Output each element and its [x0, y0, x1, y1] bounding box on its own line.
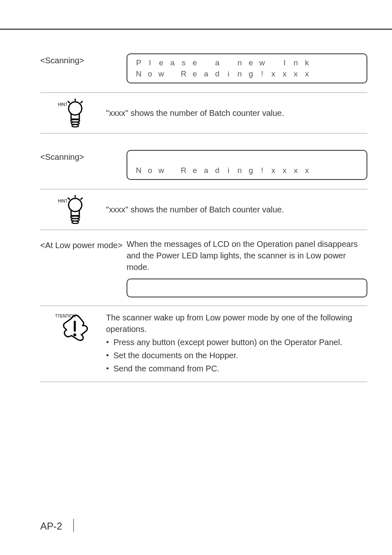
page-content: <Scanning> Please a new Ink Now Reading!… — [40, 53, 367, 394]
lcd-cell: a — [201, 165, 212, 176]
svg-line-2 — [68, 101, 70, 103]
bullet-item: Press any button (except power button) o… — [106, 336, 367, 348]
lcd-cell: x — [268, 165, 279, 176]
lcd-cell: d — [212, 165, 223, 176]
lcd-cell: o — [144, 69, 155, 80]
svg-point-15 — [74, 334, 76, 336]
lcd-cell: x — [279, 165, 290, 176]
hint-lightbulb-icon: HINT — [57, 97, 89, 129]
lcd-cell: x — [279, 69, 290, 80]
lcd-cell: a — [212, 58, 223, 69]
lcd-cell — [167, 165, 178, 176]
lcd-cell: x — [301, 165, 312, 176]
lcd-cell — [212, 154, 223, 165]
lcd-cell: i — [223, 69, 234, 80]
svg-line-10 — [81, 198, 83, 200]
hint-text: "xxxx" shows the number of Batch counter… — [106, 204, 367, 215]
lcd-cell — [167, 154, 178, 165]
header-rule — [0, 29, 392, 30]
lcd-cell: o — [144, 165, 155, 176]
lcd-cell: ! — [256, 69, 267, 80]
bullet-text: Press any button (except power button) o… — [113, 338, 342, 347]
lcd-cell — [223, 58, 234, 69]
svg-line-3 — [81, 101, 83, 103]
lcd-cell — [156, 154, 167, 165]
attention-icon: TTENTION — [55, 313, 91, 342]
lcd-cell — [256, 154, 267, 165]
svg-point-13 — [72, 221, 78, 223]
low-power-section: <At Low power mode> When the messages of… — [40, 238, 367, 297]
section-heading: <Scanning> — [40, 150, 127, 162]
lcd-cell: R — [178, 69, 189, 80]
hint-text: "xxxx" shows the number of Batch counter… — [106, 107, 367, 119]
attention-callout: TTENTION The scanner wake up from Low po… — [40, 306, 367, 382]
svg-point-7 — [69, 198, 82, 212]
lcd-display-blank — [127, 279, 367, 297]
bullet-item: Send the command from PC. — [106, 363, 367, 374]
attention-intro: The scanner wake up from Low power mode … — [106, 312, 367, 335]
lcd-cell: P — [133, 58, 144, 69]
lcd-cell: n — [234, 58, 245, 69]
lcd-cell: x — [301, 69, 312, 80]
scanning-section-2: <Scanning> Now Reading!xxxx — [40, 150, 367, 180]
lcd-cell — [189, 154, 200, 165]
lcd-cell: i — [223, 165, 234, 176]
svg-point-6 — [72, 124, 78, 127]
lcd-cell: e — [156, 58, 167, 69]
lcd-cell — [245, 154, 256, 165]
lcd-cell: n — [290, 58, 301, 69]
lcd-cell: a — [201, 69, 212, 80]
lcd-cell — [301, 154, 312, 165]
hint-label: HINT — [58, 199, 67, 203]
lcd-cell — [144, 154, 155, 165]
svg-point-0 — [69, 102, 82, 115]
low-power-body: When the messages of LCD on the Operatio… — [127, 238, 367, 273]
lcd-cell: e — [245, 58, 256, 69]
lcd-cell: w — [256, 58, 267, 69]
lcd-cell: I — [279, 58, 290, 69]
lcd-cell — [178, 154, 189, 165]
scanning-section-1: <Scanning> Please a new Ink Now Reading!… — [40, 53, 367, 83]
lcd-cell — [133, 154, 144, 165]
svg-line-9 — [68, 198, 70, 200]
lcd-cell — [268, 58, 279, 69]
hint-callout: HINT "xxxx" shows the number of Batch co… — [40, 189, 367, 230]
lcd-cell — [234, 154, 245, 165]
lcd-cell — [167, 69, 178, 80]
lcd-cell — [201, 58, 212, 69]
lcd-cell: n — [234, 69, 245, 80]
lcd-cell — [201, 154, 212, 165]
lcd-display-two-line: Please a new Ink Now Reading!xxxx — [127, 53, 367, 83]
section-heading: <Scanning> — [40, 53, 127, 65]
attention-bullet-list: Press any button (except power button) o… — [106, 336, 367, 374]
lcd-cell — [290, 154, 301, 165]
hint-lightbulb-icon: HINT — [57, 193, 89, 226]
lcd-cell: e — [189, 58, 200, 69]
lcd-cell: w — [156, 165, 167, 176]
section-heading: <At Low power mode> — [40, 238, 127, 250]
lcd-cell: l — [144, 58, 155, 69]
lcd-cell: R — [178, 165, 189, 176]
lcd-cell: k — [301, 58, 312, 69]
lcd-cell: e — [189, 69, 200, 80]
hint-label: HINT — [58, 102, 67, 107]
page-number: AP-2 — [40, 520, 62, 532]
lcd-cell — [223, 154, 234, 165]
lcd-cell — [279, 154, 290, 165]
attention-text: The scanner wake up from Low power mode … — [106, 312, 367, 376]
lcd-cell: g — [245, 165, 256, 176]
lcd-cell: e — [189, 165, 200, 176]
lcd-cell: a — [167, 58, 178, 69]
lcd-cell: x — [290, 165, 301, 176]
lcd-cell: w — [156, 69, 167, 80]
page-number-divider — [73, 519, 74, 532]
lcd-cell: ! — [256, 165, 267, 176]
lcd-cell: s — [178, 58, 189, 69]
lcd-display-two-line: Now Reading!xxxx — [127, 150, 367, 180]
lcd-cell: d — [212, 69, 223, 80]
lcd-cell: g — [245, 69, 256, 80]
lcd-cell — [268, 154, 279, 165]
lcd-cell: N — [133, 69, 144, 80]
lcd-cell: N — [133, 165, 144, 176]
bullet-item: Set the documents on the Hopper. — [106, 350, 367, 361]
